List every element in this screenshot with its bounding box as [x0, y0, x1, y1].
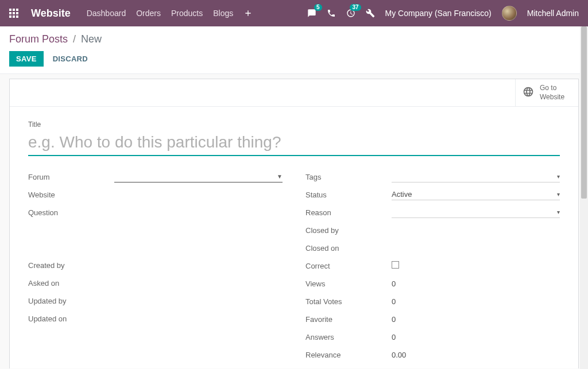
- status-label: Status: [305, 191, 392, 199]
- status-select[interactable]: Active ▾: [392, 189, 560, 200]
- plus-icon[interactable]: [243, 9, 253, 18]
- relevance-label: Relevance: [305, 351, 392, 359]
- closed-on-label: Closed on: [305, 244, 392, 253]
- tags-select[interactable]: ▾: [392, 171, 560, 182]
- correct-label: Correct: [305, 262, 392, 270]
- nav-products[interactable]: Products: [171, 9, 203, 18]
- caret-down-icon: ▾: [557, 209, 560, 215]
- form-right-column: Tags ▾ Status Active ▾: [305, 171, 560, 367]
- correct-checkbox[interactable]: [392, 261, 399, 269]
- tools-icon[interactable]: [366, 9, 375, 18]
- total-votes-value: 0: [392, 297, 560, 306]
- caret-down-icon: ▾: [557, 191, 560, 197]
- title-input[interactable]: [28, 131, 560, 156]
- updated-on-label: Updated on: [28, 314, 114, 323]
- favorite-value: 0: [392, 315, 560, 324]
- views-value: 0: [392, 279, 560, 288]
- username[interactable]: Mitchell Admin: [527, 9, 579, 18]
- stat-text-line1: Go to: [540, 84, 564, 93]
- control-panel: Forum Posts / New SAVE DISCARD: [0, 26, 588, 74]
- avatar[interactable]: [502, 6, 517, 21]
- nav-orders[interactable]: Orders: [136, 9, 161, 18]
- updated-by-label: Updated by: [28, 297, 114, 305]
- caret-down-icon: ▾: [557, 173, 560, 180]
- nav-blogs[interactable]: Blogs: [213, 9, 233, 18]
- phone-icon[interactable]: [327, 9, 336, 18]
- save-button[interactable]: SAVE: [9, 51, 44, 67]
- activities-badge: 37: [350, 4, 361, 11]
- form-left-column: Forum ▼ Website Question: [28, 171, 283, 367]
- forum-select[interactable]: ▼: [114, 171, 283, 182]
- form-container: Go to Website Title Forum ▼: [0, 74, 588, 368]
- stat-text-line2: Website: [540, 93, 564, 102]
- breadcrumb-current: New: [81, 33, 102, 45]
- nav-dashboard[interactable]: Dashboard: [87, 9, 126, 18]
- closed-by-label: Closed by: [305, 226, 392, 235]
- scrollbar[interactable]: [580, 26, 588, 369]
- favorite-label: Favorite: [305, 315, 392, 324]
- button-box: Go to Website: [10, 79, 578, 107]
- messages-icon[interactable]: 5: [307, 9, 316, 18]
- status-value: Active: [392, 190, 412, 199]
- main-navbar: Website Dashboard Orders Products Blogs …: [0, 0, 588, 26]
- globe-icon: [523, 86, 534, 99]
- breadcrumb-separator: /: [73, 33, 76, 45]
- reason-select[interactable]: ▾: [392, 207, 560, 218]
- created-by-label: Created by: [28, 261, 114, 270]
- form-sheet: Go to Website Title Forum ▼: [9, 79, 579, 368]
- apps-icon[interactable]: [9, 9, 18, 18]
- answers-value: 0: [392, 333, 560, 341]
- website-label: Website: [28, 191, 114, 199]
- caret-down-icon: ▼: [277, 173, 283, 180]
- answers-label: Answers: [305, 333, 392, 341]
- reason-label: Reason: [305, 208, 392, 217]
- asked-on-label: Asked on: [28, 279, 114, 288]
- breadcrumb: Forum Posts / New: [9, 33, 579, 45]
- discard-button[interactable]: DISCARD: [53, 55, 88, 63]
- app-brand[interactable]: Website: [31, 7, 71, 20]
- title-label: Title: [28, 121, 560, 129]
- messages-badge: 5: [314, 4, 322, 11]
- company-selector[interactable]: My Company (San Francisco): [385, 9, 492, 18]
- views-label: Views: [305, 279, 392, 288]
- tags-label: Tags: [305, 173, 392, 181]
- total-votes-label: Total Votes: [305, 297, 392, 306]
- forum-label: Forum: [28, 173, 114, 181]
- go-to-website-button[interactable]: Go to Website: [515, 79, 578, 106]
- breadcrumb-parent[interactable]: Forum Posts: [9, 33, 68, 45]
- activities-icon[interactable]: 37: [346, 9, 355, 18]
- scrollbar-thumb[interactable]: [581, 26, 587, 199]
- question-label: Question: [28, 208, 114, 217]
- relevance-value: 0.00: [392, 351, 560, 359]
